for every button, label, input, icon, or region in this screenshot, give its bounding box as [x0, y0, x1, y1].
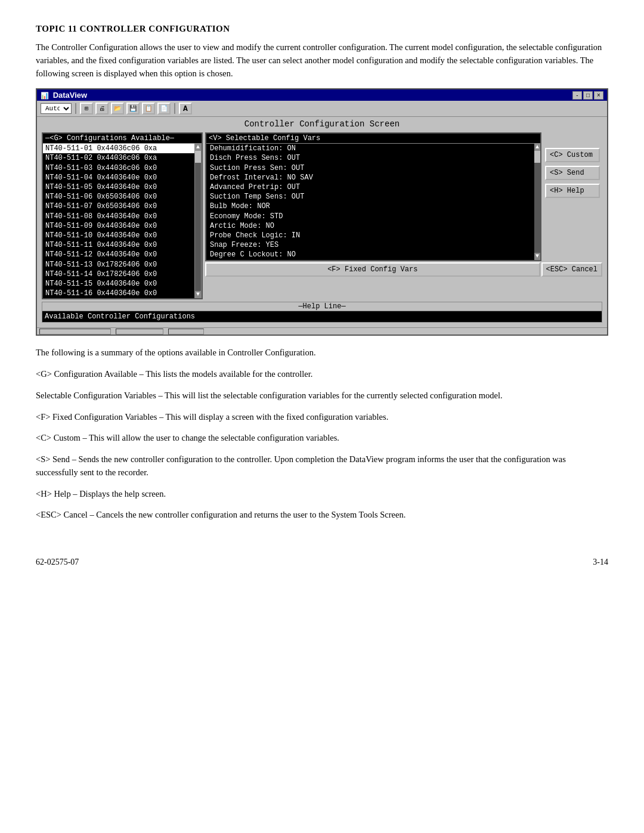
list-item[interactable]: NT40-511-03 0x44036c06 0x0 — [43, 163, 194, 173]
summary-paragraph: <S> Send – Sends the new controller conf… — [36, 453, 608, 479]
custom-button[interactable]: <C> Custom — [545, 148, 600, 162]
footer-right: 3-14 — [593, 558, 608, 567]
scroll-down-arrow[interactable]: ▼ — [196, 291, 200, 298]
var-item[interactable]: Dehumidification: ON — [208, 144, 533, 153]
fixed-config-button[interactable]: <F> Fixed Config Vars — [205, 262, 540, 277]
list-item[interactable]: NT40-511-02 0x44036c06 0xa — [43, 153, 194, 163]
toolbar-btn-3[interactable]: 📂 — [111, 103, 124, 114]
minimize-button[interactable]: - — [572, 91, 582, 100]
dataview-window: 📊 DataView - □ × Auto ⊞ 🖨 📂 💾 📋 📄 A — [36, 88, 608, 336]
help-line-section: —Help Line— Available Controller Configu… — [42, 302, 602, 323]
toolbar: Auto ⊞ 🖨 📂 💾 📋 📄 A — [37, 101, 607, 117]
footer-row: 62-02575-07 3-14 — [36, 558, 608, 567]
titlebar-buttons: - □ × — [572, 91, 603, 100]
summary-paragraph: The following is a summary of the option… — [36, 346, 608, 360]
right-panel-header: <V> Selectable Config Vars — [206, 134, 540, 144]
var-item[interactable]: Defrost Interval: NO SAV — [208, 173, 533, 182]
vars-items-container: Dehumidification: ONDisch Press Sens: OU… — [206, 144, 534, 259]
var-item[interactable]: Degree C Lockout: NO — [208, 250, 533, 259]
left-panel-header: —<G> Configurations Available— — [43, 134, 202, 144]
right-scroll-down[interactable]: ▼ — [535, 253, 540, 260]
var-item[interactable]: Economy Mode: STD — [208, 212, 533, 221]
scroll-thumb — [195, 151, 201, 163]
var-item[interactable]: Suction Temp Sens: OUT — [208, 192, 533, 202]
list-item[interactable]: NT40-511-13 0x17826406 0x0 — [43, 260, 194, 270]
help-line-content: Available Controller Configurations — [42, 311, 602, 322]
var-item[interactable]: Advanced Pretrip: OUT — [208, 182, 533, 192]
var-item[interactable]: Suction Press Sen: OUT — [208, 163, 533, 173]
maximize-button[interactable]: □ — [583, 91, 593, 100]
list-item[interactable]: NT40-511-15 0x4403640e 0x0 — [43, 279, 194, 289]
list-item[interactable]: NT40-511-10 0x4403640e 0x0 — [43, 231, 194, 240]
left-scrollbar[interactable]: ▲ ▼ — [194, 144, 202, 298]
statusbar-part-1 — [39, 329, 111, 335]
summary-paragraph: Selectable Configuration Variables – Thi… — [36, 389, 608, 402]
toolbar-btn-5[interactable]: 📋 — [142, 103, 155, 114]
left-panel: —<G> Configurations Available— NT40-511-… — [42, 132, 203, 299]
list-item[interactable]: NT40-511-16 0x4403640e 0x0 — [43, 289, 194, 298]
toolbar-btn-2[interactable]: 🖨 — [95, 103, 109, 114]
page-container: TOPIC 11 CONTROLLER CONFIGURATION The Co… — [36, 24, 608, 567]
action-buttons: <C> Custom <S> Send <H> Help — [543, 132, 602, 261]
right-scroll-up[interactable]: ▲ — [535, 144, 540, 151]
list-item[interactable]: NT40-511-11 0x4403640e 0x0 — [43, 240, 194, 250]
scroll-track — [195, 151, 201, 291]
summary-paragraph: <H> Help – Displays the help screen. — [36, 488, 608, 501]
statusbar-part-3 — [168, 329, 204, 335]
list-item[interactable]: NT40-511-07 0x65036406 0x0 — [43, 202, 194, 211]
send-button[interactable]: <S> Send — [545, 166, 600, 180]
list-item[interactable]: NT40-511-12 0x4403640e 0x0 — [43, 250, 194, 259]
var-item[interactable]: Arctic Mode: NO — [208, 221, 533, 231]
help-line-header: —Help Line— — [42, 302, 602, 311]
dataview-icon: 📊 — [41, 92, 49, 99]
list-item[interactable]: NT40-511-06 0x65036406 0x0 — [43, 192, 194, 202]
var-item[interactable]: Snap Freeze: YES — [208, 240, 533, 250]
var-item[interactable]: Bulb Mode: NOR — [208, 202, 533, 211]
statusbar-part-2 — [116, 329, 163, 335]
summary-paragraph: <F> Fixed Configuration Variables – This… — [36, 411, 608, 424]
list-item[interactable]: NT40-511-08 0x4403640e 0x0 — [43, 212, 194, 221]
list-item[interactable]: NT40-511-09 0x4403640e 0x0 — [43, 221, 194, 231]
list-item[interactable]: NT40-511-01 0x44036c06 0xa — [43, 144, 194, 153]
config-list: NT40-511-01 0x44036c06 0xaNT40-511-02 0x… — [43, 144, 194, 298]
toolbar-btn-font[interactable]: A — [179, 103, 192, 114]
right-scroll-track — [534, 151, 540, 252]
list-item[interactable]: NT40-511-04 0x4403640e 0x0 — [43, 173, 194, 182]
titlebar-title: 📊 DataView — [41, 91, 87, 100]
summary-sections: The following is a summary of the option… — [36, 346, 608, 522]
toolbar-btn-4[interactable]: 💾 — [126, 103, 140, 114]
toolbar-btn-1[interactable]: ⊞ — [80, 103, 93, 114]
right-panel-header-text: <V> Selectable Config Vars — [209, 134, 320, 143]
auto-dropdown[interactable]: Auto — [41, 103, 72, 114]
intro-paragraph: The Controller Configuration allows the … — [36, 41, 608, 80]
vars-section: <V> Selectable Config Vars Dehumidificat… — [205, 132, 602, 261]
scroll-up-arrow[interactable]: ▲ — [196, 144, 200, 151]
right-scrollbar[interactable]: ▲ ▼ — [534, 144, 540, 259]
fixed-vars-row: <F> Fixed Config Vars <ESC> Cancel — [205, 262, 602, 277]
var-item[interactable]: Probe Check Logic: IN — [208, 231, 533, 240]
vars-list: <V> Selectable Config Vars Dehumidificat… — [205, 132, 541, 261]
footer-left: 62-02575-07 — [36, 558, 79, 567]
summary-paragraph: <C> Custom – This will allow the user to… — [36, 432, 608, 445]
panels-row: —<G> Configurations Available— NT40-511-… — [42, 132, 602, 299]
titlebar: 📊 DataView - □ × — [37, 89, 607, 101]
right-scroll-thumb — [534, 151, 540, 163]
topic-heading: TOPIC 11 CONTROLLER CONFIGURATION — [36, 24, 608, 34]
left-panel-header-text: —<G> Configurations Available— — [45, 134, 174, 143]
help-button[interactable]: <H> Help — [545, 184, 600, 198]
screen-title: Controller Configuration Screen — [42, 119, 602, 129]
right-panel: <V> Selectable Config Vars Dehumidificat… — [205, 132, 602, 299]
summary-paragraph: <ESC> Cancel – Cancels the new controlle… — [36, 509, 608, 522]
list-item[interactable]: NT40-511-05 0x4403640e 0x0 — [43, 182, 194, 192]
var-item[interactable]: Disch Press Sens: OUT — [208, 153, 533, 163]
cancel-button[interactable]: <ESC> Cancel — [541, 262, 602, 277]
toolbar-btn-6[interactable]: 📄 — [157, 103, 171, 114]
list-item[interactable]: NT40-511-14 0x17826406 0x0 — [43, 270, 194, 279]
close-button[interactable]: × — [594, 91, 603, 100]
statusbar — [37, 327, 607, 335]
dv-main: Controller Configuration Screen —<G> Con… — [37, 117, 607, 327]
summary-paragraph: <G> Configuration Available – This lists… — [36, 368, 608, 381]
